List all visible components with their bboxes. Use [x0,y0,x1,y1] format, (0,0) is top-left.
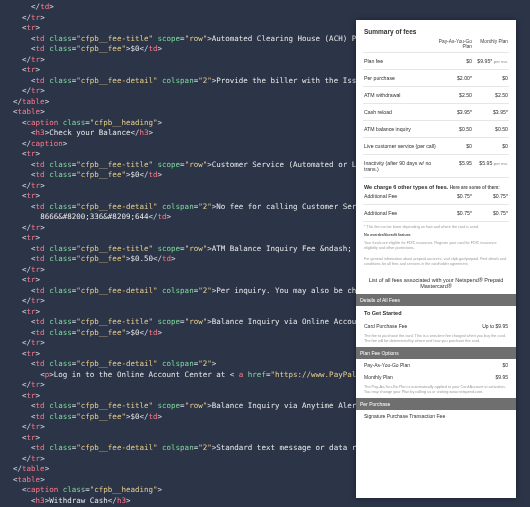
section-bar-purchase: Per Purchase [356,398,516,410]
table-row: Per purchase$2.00*$0 [364,72,508,84]
fine-print-3: For general information about prepaid ac… [364,257,508,267]
panel-title: Summary of fees [364,28,508,35]
table-row: Additional Fee$0.75*$0.75* [364,190,508,202]
table-row: ATM balance inquiry$0.50$0.50 [364,123,508,135]
table-row: Live customer service (per call)$0$0 [364,140,508,152]
list-title: List of all fees associated with your Ne… [364,277,508,289]
table-row: Signature Purchase Transaction Fee [364,410,508,422]
section-bar-details: Details of All Fees [356,294,516,306]
other-fees-heading: We charge 6 other types of fees. Here ar… [364,184,508,190]
fine-print-2h: No overdraft/credit feature. [364,233,508,238]
table-row: Card Purchase FeeUp to $9.95 [364,320,508,332]
fine-print-1: * This fee can be lower depending on how… [364,225,508,230]
fee-summary-panel: Summary of fees Pay-As-You-Go Plan Month… [356,20,516,498]
table-row: Inactivity (after 90 days w/ no trans.)$… [364,157,508,175]
column-headers: Pay-As-You-Go Plan Monthly Plan [364,39,508,49]
section-to-get-started: To Get Started [364,306,508,320]
table-row: Pay-As-You-Go Plan$0 [364,359,508,371]
fine-print-2: Your funds are eligible for FDIC insuran… [364,241,508,251]
table-row: Plan fee$0$9.95* per mo. [364,55,508,67]
table-row: ATM withdrawal$2.50$2.50 [364,89,508,101]
table-row: Additional Fee$0.75*$0.75* [364,207,508,219]
table-row: Cash reload$3.95*$3.95* [364,106,508,118]
table-row: Monthly Plan$9.95 [364,371,508,383]
section-bar-plan: Plan Fee Options [356,347,516,359]
